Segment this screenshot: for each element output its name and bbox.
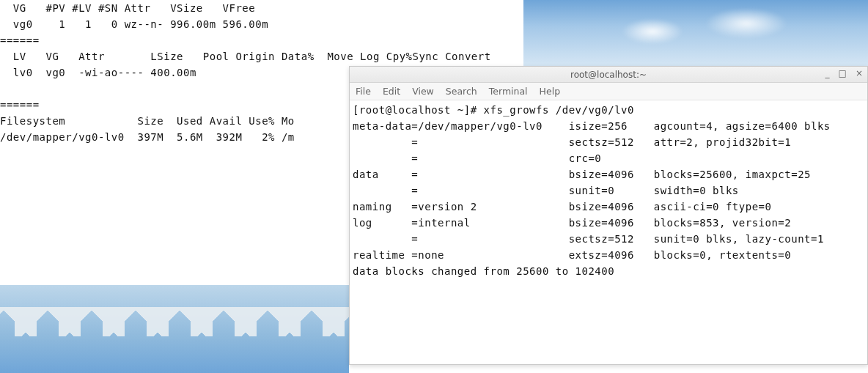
menu-edit[interactable]: Edit [383,86,400,97]
desktop-background-mountains [0,285,349,373]
minimize-button[interactable]: _ [825,68,830,78]
maximize-button[interactable]: □ [839,68,847,78]
menu-terminal[interactable]: Terminal [489,86,528,97]
terminal-right-output[interactable]: [root@localhost ~]# xfs_growfs /dev/vg0/… [350,100,867,364]
desktop-background-sky [523,0,868,66]
terminal-window: root@localhost:~ _ □ × File Edit View Se… [349,66,868,365]
window-title: root@localhost:~ [570,70,647,80]
close-button[interactable]: × [856,68,863,78]
menu-help[interactable]: Help [540,86,561,97]
menu-view[interactable]: View [412,86,434,97]
menu-search[interactable]: Search [446,86,477,97]
menu-file[interactable]: File [356,86,371,97]
window-controls: _ □ × [825,68,863,78]
window-titlebar[interactable]: root@localhost:~ _ □ × [350,67,867,83]
menu-bar: File Edit View Search Terminal Help [350,83,867,100]
